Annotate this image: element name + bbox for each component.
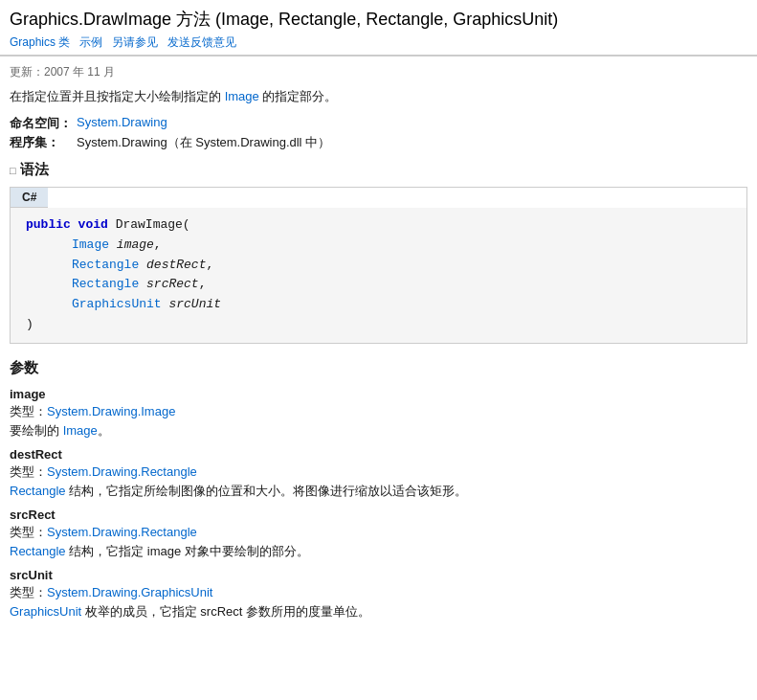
param-type-srcrect: 类型：System.Drawing.Rectangle [10,524,747,541]
code-line-2: Image image, [26,236,731,256]
param-name-srcunit: srcUnit [10,568,747,582]
description: 在指定位置并且按指定大小绘制指定的 Image 的指定部分。 [10,88,747,105]
kw-public: public [26,217,78,232]
nav-link-example[interactable]: 示例 [79,34,102,51]
param-desc-suffix-srcunit: 枚举的成员，它指定 srcRect 参数所用的度量单位。 [81,604,370,619]
code-line-4: Rectangle srcRect, [26,275,731,295]
code-block: public void DrawImage( Image image, Rect… [11,208,746,343]
method-name: DrawImage( [116,217,190,232]
param-type-label-srcrect: 类型： [10,525,47,539]
param-desc-destrect: Rectangle 结构，它指定所绘制图像的位置和大小。将图像进行缩放以适合该矩… [10,483,747,500]
nav-links: Graphics 类 示例 另请参见 发送反馈意见 [10,34,747,51]
syntax-toggle[interactable]: □ [10,165,16,176]
param-block-destrect: destRect 类型：System.Drawing.Rectangle Rec… [10,447,747,500]
kw-void: void [78,217,116,232]
code-rectangle-dest-link[interactable]: Rectangle [72,258,139,272]
param-name-srcrect: srcRect [10,508,747,522]
param-type-link-image[interactable]: System.Drawing.Image [47,404,175,418]
param-type-label-destrect: 类型： [10,464,47,479]
code-space2 [139,258,146,272]
namespace-label: 命名空间： [10,115,77,132]
param-type-label-image: 类型： [10,404,47,418]
param-desc-suffix-srcrect: 结构，它指定 image 对象中要绘制的部分。 [66,544,309,558]
param-type-link-destrect[interactable]: System.Drawing.Rectangle [47,464,197,479]
param-desc-prefix-image: 要绘制的 [10,423,63,438]
code-comma1: , [154,237,162,252]
param-name-destrect: destRect [10,447,747,462]
param-type-link-srcrect[interactable]: System.Drawing.Rectangle [47,525,197,539]
code-line-3: Rectangle destRect, [26,256,731,276]
meta-table: 命名空间： System.Drawing 程序集： System.Drawing… [10,115,747,151]
assembly-label: 程序集： [10,134,77,151]
namespace-value: System.Drawing [77,115,167,132]
params-title: 参数 [10,359,747,377]
param-desc-image: 要绘制的 Image。 [10,422,747,440]
code-comma3: , [199,277,207,291]
nav-link-see-also[interactable]: 另请参见 [112,34,158,51]
syntax-section-title: □ 语法 [10,161,747,179]
page-header: Graphics.DrawImage 方法 (Image, Rectangle,… [0,0,757,56]
syntax-section: □ 语法 C# public void DrawImage( Image ima… [10,161,747,344]
assembly-value: System.Drawing（在 System.Drawing.dll 中） [77,134,330,151]
code-image-link[interactable]: Image [72,237,109,252]
param-desc-suffix-destrect: 结构，它指定所绘制图像的位置和大小。将图像进行缩放以适合该矩形。 [66,484,468,498]
code-rectangle-src-link[interactable]: Rectangle [72,277,139,291]
param-srcunit-code: srcUnit [168,297,221,311]
page-title: Graphics.DrawImage 方法 (Image, Rectangle,… [10,8,747,31]
params-section: 参数 image 类型：System.Drawing.Image 要绘制的 Im… [10,359,747,621]
nav-link-feedback[interactable]: 发送反馈意见 [167,34,236,51]
nav-link-graphics-class[interactable]: Graphics 类 [10,34,70,51]
param-type-label-srcunit: 类型： [10,585,47,599]
code-comma2: , [206,258,213,272]
meta-assembly-row: 程序集： System.Drawing（在 System.Drawing.dll… [10,134,747,151]
param-desc-link-destrect[interactable]: Rectangle [10,484,66,498]
param-desc-link-srcrect[interactable]: Rectangle [10,544,66,558]
param-desc-suffix-image: 。 [98,423,110,438]
code-space1 [109,237,117,252]
param-type-link-srcunit[interactable]: System.Drawing.GraphicsUnit [47,585,212,599]
param-image-code: image [117,237,154,252]
param-block-srcunit: srcUnit 类型：System.Drawing.GraphicsUnit G… [10,568,747,621]
param-type-srcunit: 类型：System.Drawing.GraphicsUnit [10,584,747,601]
description-image-link[interactable]: Image [225,89,259,103]
meta-namespace-row: 命名空间： System.Drawing [10,115,747,132]
description-suffix: 的指定部分。 [259,89,338,103]
param-desc-link-srcunit[interactable]: GraphicsUnit [10,604,81,619]
param-type-destrect: 类型：System.Drawing.Rectangle [10,463,747,481]
param-block-srcrect: srcRect 类型：System.Drawing.Rectangle Rect… [10,508,747,560]
code-line-5: GraphicsUnit srcUnit [26,295,731,315]
param-desc-link-image[interactable]: Image [63,423,98,438]
namespace-link[interactable]: System.Drawing [77,115,167,129]
code-container: C# public void DrawImage( Image image, R… [10,187,747,344]
code-line-6: ) [26,315,731,335]
param-type-image: 类型：System.Drawing.Image [10,403,747,420]
code-lang-tab: C# [11,188,48,208]
description-prefix: 在指定位置并且按指定大小绘制指定的 [10,89,225,103]
code-space3 [139,277,146,291]
param-desc-srcunit: GraphicsUnit 枚举的成员，它指定 srcRect 参数所用的度量单位… [10,603,747,621]
code-close-paren: ) [26,317,33,331]
param-srcrect-code: srcRect [146,277,199,291]
param-desc-srcrect: Rectangle 结构，它指定 image 对象中要绘制的部分。 [10,543,747,560]
code-line-1: public void DrawImage( [26,215,731,236]
param-name-image: image [10,387,747,401]
param-destrect-code: destRect [146,258,206,272]
syntax-title: 语法 [20,161,49,179]
code-graphicsunit-link[interactable]: GraphicsUnit [72,297,162,311]
content-area: 更新：2007 年 11 月 在指定位置并且按指定大小绘制指定的 Image 的… [0,56,757,634]
param-block-image: image 类型：System.Drawing.Image 要绘制的 Image… [10,387,747,440]
update-date: 更新：2007 年 11 月 [10,64,747,80]
